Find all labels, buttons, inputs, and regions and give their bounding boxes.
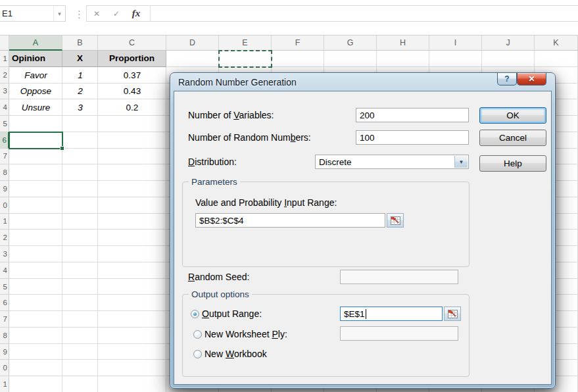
dialog-title: Random Number Generation [178,77,297,87]
insert-function-icon[interactable]: fx [126,8,146,19]
cell-A2[interactable]: Favor [9,67,62,84]
column-header-C[interactable]: C [98,36,166,51]
name-box-dropdown-icon[interactable]: ▾ [53,6,65,21]
text-cursor [366,309,366,319]
row-header-9[interactable]: 9 [0,181,9,197]
row-header-5[interactable]: 5 [0,116,9,132]
column-header-G[interactable]: G [324,36,377,51]
column-header-J[interactable]: J [482,36,535,51]
row-header-3[interactable]: 3 [0,84,9,100]
ok-button[interactable]: OK [479,107,546,124]
row-header-21[interactable]: 1 [0,376,9,392]
chevron-down-icon[interactable]: ▼ [454,156,468,168]
cell-C3[interactable]: 0.43 [98,84,166,100]
cell-A4[interactable]: Unsure [9,99,62,116]
cell-C1[interactable]: Proportion [98,51,166,67]
confirm-entry-icon[interactable]: ✓ [107,9,126,18]
formula-bar-strip: E1 ▾ ⋮ ✕ ✓ fx [0,0,578,34]
formula-bar: ✕ ✓ fx [86,5,578,22]
cell-B2[interactable]: 1 [62,67,98,84]
output-range-radio[interactable] [191,310,199,318]
input-range-input[interactable]: $B$2:$C$4 [195,213,385,228]
row-header-8[interactable]: 8 [0,164,9,181]
fill-handle[interactable] [60,146,64,151]
output-range-picker-button[interactable] [444,306,461,321]
name-box-value: E1 [0,9,53,18]
row-header-6[interactable]: 6 [0,132,9,149]
active-cell-border [9,132,63,149]
range-selector-icon [391,216,400,225]
dialog-titlebar-help-button[interactable]: ? [497,73,517,86]
random-seed-input[interactable] [340,270,458,284]
number-of-random-numbers-label: Number of Random Numbers: [188,133,311,143]
input-range-label: Value and Probability Input Range: [195,198,337,208]
cell-B1[interactable]: X [62,51,98,67]
row-header-1[interactable]: 1 [0,51,9,67]
cell-C2[interactable]: 0.37 [98,67,166,84]
formula-input[interactable] [151,6,578,21]
row-header-11[interactable]: 1 [0,214,9,230]
distribution-label: Distribution: [188,157,237,167]
help-button[interactable]: Help [479,155,546,172]
parameters-group-label: Parameters [189,177,240,187]
new-workbook-label: New Workbook [205,349,267,359]
column-header-F[interactable]: F [272,36,324,51]
row-header-7[interactable]: 7 [0,149,9,165]
column-header-E[interactable]: E [219,36,272,51]
new-workbook-radio[interactable] [193,350,202,358]
row-header-14[interactable]: 4 [0,262,9,279]
cell-C4[interactable]: 0.2 [98,99,166,116]
new-worksheet-ply-radio[interactable] [193,330,202,339]
column-header-K[interactable]: K [535,36,578,51]
cell-B3[interactable]: 2 [62,84,98,100]
cancel-button[interactable]: Cancel [479,130,546,146]
input-range-picker-button[interactable] [387,213,404,228]
select-all-corner[interactable] [0,36,9,51]
drag-handle-icon: ⋮ [74,9,84,20]
number-of-random-numbers-input[interactable]: 100 [356,130,469,145]
row-header-15[interactable]: 5 [0,279,9,295]
random-seed-label: Random Seed: [188,272,249,282]
new-worksheet-ply-label: New Worksheet Ply: [205,330,287,339]
new-worksheet-ply-input[interactable] [340,326,458,341]
output-options-group-label: Output options [189,289,252,299]
cell-A1[interactable]: Opinion [9,51,62,67]
row-header-12[interactable]: 2 [0,230,9,246]
range-selector-icon [448,310,458,318]
output-range-label: Output Range: [202,309,262,319]
column-header-I[interactable]: I [429,36,482,51]
cancel-entry-icon[interactable]: ✕ [87,9,107,18]
row-header-4[interactable]: 4 [0,99,9,116]
column-header-D[interactable]: D [166,36,219,51]
close-icon: ✕ [528,74,535,84]
output-range-input[interactable]: $E$1 [340,306,443,321]
random-number-generation-dialog[interactable]: Random Number Generation ? ✕ Number of V… [170,72,556,389]
name-box[interactable]: E1 ▾ [0,5,66,22]
column-header-B[interactable]: B [62,36,98,51]
question-icon: ? [504,74,509,84]
dialog-close-button[interactable]: ✕ [517,73,546,86]
cell-A3[interactable]: Oppose [9,84,62,100]
distribution-select[interactable]: Discrete ▼ [315,155,469,169]
number-of-variables-label: Number of Variables: [188,110,274,120]
row-header-13[interactable]: 3 [0,246,9,262]
row-header-19[interactable]: 9 [0,344,9,360]
column-header-A[interactable]: A [9,36,62,51]
row-header-16[interactable]: 6 [0,295,9,311]
row-header-17[interactable]: 7 [0,311,9,328]
row-header-18[interactable]: 8 [0,328,9,344]
row-header-10[interactable]: 0 [0,197,9,214]
marching-ants-selection [218,50,272,68]
column-header-H[interactable]: H [377,36,429,51]
row-header-2[interactable]: 2 [0,67,9,84]
cell-B4[interactable]: 3 [62,99,98,116]
row-header-20[interactable]: 0 [0,360,9,376]
number-of-variables-input[interactable]: 200 [356,108,469,122]
